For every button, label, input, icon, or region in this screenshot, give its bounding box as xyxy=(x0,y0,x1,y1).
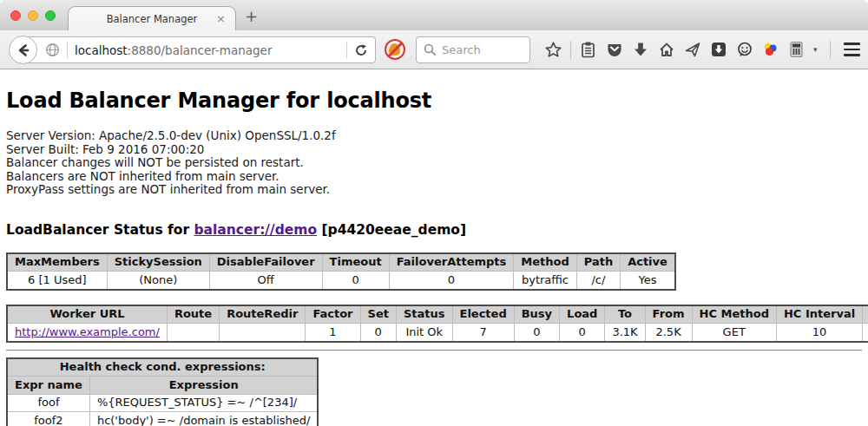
bookmarks-menu-button[interactable] xyxy=(579,39,597,60)
col-status: Status xyxy=(396,305,452,324)
cell-path: /c/ xyxy=(576,272,620,290)
col-disablefailover: DisableFailover xyxy=(209,253,322,272)
divider xyxy=(6,350,862,351)
cell-maxmembers: 6 [1 Used] xyxy=(7,272,107,290)
worker-url-link[interactable]: http://www.example.com/ xyxy=(15,325,160,338)
table-header-row: Worker URL Route RouteRedir Factor Set S… xyxy=(7,305,868,324)
server-info: Server Version: Apache/2.5.0-dev (Unix) … xyxy=(6,129,862,197)
health-check-table: Health check cond. expressions: Expr nam… xyxy=(6,357,319,426)
col-route: Route xyxy=(167,305,219,324)
new-tab-button[interactable]: + xyxy=(245,7,258,25)
tab-balancer-manager[interactable]: Balancer Manager × xyxy=(68,6,236,31)
col-method: Method xyxy=(514,253,576,272)
container-extension-icon xyxy=(788,40,805,59)
col-factor: Factor xyxy=(306,305,360,324)
window-controls xyxy=(10,10,56,21)
cell-failoverattempts: 0 xyxy=(389,272,514,290)
worker-table: Worker URL Route RouteRedir Factor Set S… xyxy=(6,305,868,343)
tab-close-icon[interactable]: × xyxy=(216,12,226,25)
cell-timeout: 0 xyxy=(322,272,389,290)
page-content: Load Balancer Manager for localhost Serv… xyxy=(0,88,868,426)
cell-load: 0 xyxy=(560,324,605,342)
home-icon xyxy=(658,41,675,58)
server-built: Server Built: Feb 9 2016 07:00:20 xyxy=(6,143,862,157)
col-worker-url: Worker URL xyxy=(7,305,167,324)
divider xyxy=(67,42,68,58)
downloadhelper-icon xyxy=(761,41,779,59)
pocket-button[interactable] xyxy=(605,39,623,60)
balancer-settings-table: MaxMembers StickySession DisableFailover… xyxy=(6,252,676,291)
container-extension-button[interactable] xyxy=(787,39,806,60)
tab-strip: Balancer Manager × + xyxy=(0,0,868,30)
cell-passes: 1 (0) xyxy=(863,324,868,342)
search-placeholder: Search xyxy=(442,43,481,56)
back-icon xyxy=(16,43,31,58)
balancer-id: [p4420eeae_demo] xyxy=(317,222,466,238)
cell-expr-name: foof xyxy=(7,394,89,412)
search-input[interactable]: Search xyxy=(416,36,530,63)
server-version: Server Version: Apache/2.5.0-dev (Unix) … xyxy=(6,129,862,143)
col-hc-interval: HC Interval xyxy=(776,305,862,324)
balancer-link[interactable]: balancer://demo xyxy=(194,222,317,238)
chevron-down-icon[interactable]: ▾ xyxy=(813,45,822,54)
url-text: localhost:8880/balancer-manager xyxy=(75,43,272,57)
cell-route xyxy=(167,324,219,342)
table-header-row: Expr name Expression xyxy=(7,377,318,395)
table-header-row: MaxMembers StickySession DisableFailover… xyxy=(7,253,675,272)
downloads-button[interactable] xyxy=(631,39,649,60)
cell-set: 0 xyxy=(360,324,396,342)
col-maxmembers: MaxMembers xyxy=(7,253,107,272)
cell-expression: hc('body') =~ /domain is established/ xyxy=(89,412,318,426)
col-to: To xyxy=(605,305,645,324)
cell-busy: 0 xyxy=(514,324,559,342)
downloadhelper-button[interactable] xyxy=(761,39,779,60)
cell-active: Yes xyxy=(621,272,675,290)
col-routeredir: RouteRedir xyxy=(220,305,306,324)
inherit-note: Balancers are NOT inherited from main se… xyxy=(6,170,862,184)
col-active: Active xyxy=(621,253,675,272)
cell-to: 3.1K xyxy=(605,324,645,342)
reload-button[interactable] xyxy=(354,43,368,57)
send-tab-button[interactable] xyxy=(683,39,701,60)
col-busy: Busy xyxy=(514,305,559,324)
col-failoverattempts: FailoverAttempts xyxy=(389,253,514,272)
col-hc-method: HC Method xyxy=(692,305,776,324)
divider xyxy=(570,41,571,59)
cell-factor: 1 xyxy=(306,324,360,342)
cell-hc-interval: 10 xyxy=(776,324,862,342)
status-heading: LoadBalancer Status for balancer://demo … xyxy=(6,222,862,238)
back-button[interactable] xyxy=(9,36,37,64)
cell-stickysession: (None) xyxy=(107,272,209,290)
table-title-row: Health check cond. expressions: xyxy=(7,358,318,377)
tab-title: Balancer Manager xyxy=(107,13,198,25)
url-path: :8880/balancer-manager xyxy=(128,43,273,57)
minimize-window-button[interactable] xyxy=(28,10,38,21)
home-button[interactable] xyxy=(657,39,675,60)
emoji-extension-icon xyxy=(736,41,753,58)
search-icon xyxy=(424,43,437,56)
col-timeout: Timeout xyxy=(322,253,389,272)
col-from: From xyxy=(645,305,692,324)
cell-hc-method: GET xyxy=(692,324,776,342)
col-expression: Expression xyxy=(89,377,318,395)
col-stickysession: StickySession xyxy=(107,253,209,272)
extension-download-button[interactable] xyxy=(709,39,727,60)
health-table-title: Health check cond. expressions: xyxy=(7,358,318,377)
download-icon xyxy=(632,41,649,58)
plugin-blocked-icon[interactable] xyxy=(385,39,405,60)
navigation-toolbar: localhost:8880/balancer-manager Search xyxy=(0,30,868,69)
menu-button[interactable] xyxy=(844,43,860,56)
table-row: 6 [1 Used] (None) Off 0 0 bytraffic /c/ … xyxy=(7,272,675,290)
emoji-extension-button[interactable] xyxy=(735,39,753,60)
col-set: Set xyxy=(360,305,396,324)
table-row: foof %{REQUEST_STATUS} =~ /^[234]/ xyxy=(7,394,318,412)
close-window-button[interactable] xyxy=(10,10,21,21)
bookmark-star-button[interactable] xyxy=(544,39,562,60)
page-title: Load Balancer Manager for localhost xyxy=(6,88,862,113)
col-elected: Elected xyxy=(452,305,514,324)
zoom-window-button[interactable] xyxy=(45,10,56,21)
url-bar[interactable]: localhost:8880/balancer-manager xyxy=(23,36,376,63)
cell-method: bytraffic xyxy=(514,272,576,290)
cell-from: 2.5K xyxy=(645,324,692,342)
reload-icon xyxy=(354,43,368,57)
